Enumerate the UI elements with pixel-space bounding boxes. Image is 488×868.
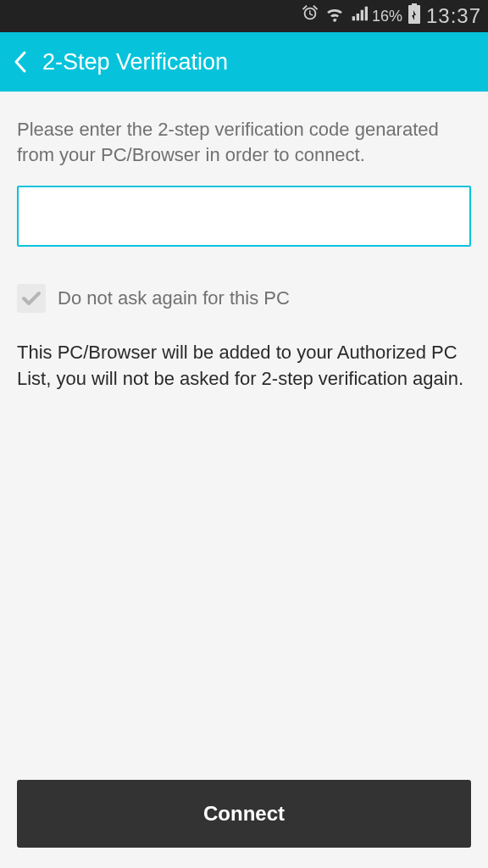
- status-bar: 16% 13:37: [0, 0, 488, 32]
- alarm-icon: [301, 4, 319, 28]
- do-not-ask-checkbox-row[interactable]: Do not ask again for this PC: [17, 284, 471, 313]
- battery-charging-icon: [408, 3, 421, 29]
- connect-button[interactable]: Connect: [17, 780, 471, 848]
- instruction-text: Please enter the 2-step verification cod…: [17, 117, 471, 167]
- back-button[interactable]: [14, 50, 27, 74]
- checkbox-icon: [17, 284, 46, 313]
- verification-code-input[interactable]: [17, 186, 471, 247]
- content-area: Please enter the 2-step verification cod…: [0, 92, 488, 780]
- spacer: [17, 392, 471, 780]
- battery-percent: 16%: [372, 8, 402, 25]
- wifi-icon: [324, 4, 345, 28]
- app-bar: 2-Step Verification: [0, 32, 488, 92]
- clock-time: 13:37: [426, 4, 481, 28]
- signal-icon: [350, 5, 369, 27]
- checkbox-label: Do not ask again for this PC: [58, 287, 290, 309]
- page-title: 2-Step Verification: [42, 49, 228, 75]
- footer: Connect: [0, 780, 488, 868]
- explanation-text: This PC/Browser will be added to your Au…: [17, 340, 471, 392]
